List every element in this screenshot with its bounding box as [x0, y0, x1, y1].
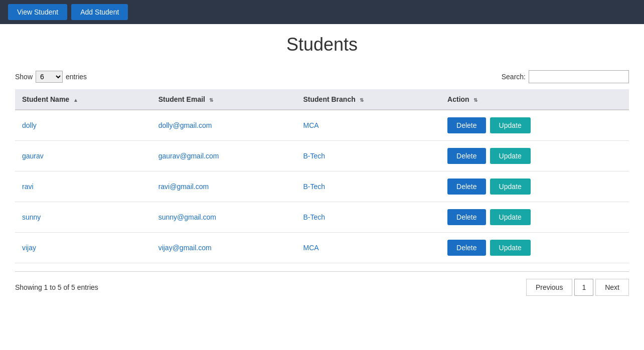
view-student-button[interactable]: View Student [8, 4, 67, 20]
action-cell: Delete Update [440, 202, 629, 232]
entries-select[interactable]: 6 10 25 50 100 [36, 71, 63, 83]
show-label: Show [15, 73, 33, 81]
sort-icon-branch: ⇅ [360, 97, 364, 103]
table-row: vijay vijay@gmail.com MCA Delete Update [15, 233, 629, 263]
delete-button[interactable]: Delete [447, 179, 486, 195]
navbar: View Student Add Student [0, 0, 644, 24]
page-number[interactable]: 1 [574, 279, 593, 296]
col-student-name[interactable]: Student Name ▲ [15, 89, 151, 110]
action-cell: Delete Update [440, 171, 629, 202]
student-branch-cell: B-Tech [296, 141, 441, 171]
table-row: ravi ravi@gmail.com B-Tech Delete Update [15, 171, 629, 202]
student-email-cell: ravi@gmail.com [151, 171, 296, 202]
delete-button[interactable]: Delete [447, 148, 486, 164]
student-branch-cell: MCA [296, 110, 441, 141]
student-branch-cell: B-Tech [296, 202, 441, 233]
sort-icon-action: ⇅ [473, 97, 477, 103]
page-title: Students [15, 34, 629, 55]
search-area: Search: [502, 70, 629, 83]
table-header-row: Student Name ▲ Student Email ⇅ Student B… [15, 89, 629, 110]
student-name-cell: vijay [15, 233, 151, 263]
controls-row: Show 6 10 25 50 100 entries Search: [15, 70, 629, 83]
table-row: sunny sunny@gmail.com B-Tech Delete Upda… [15, 202, 629, 233]
student-email-cell: dolly@gmail.com [151, 110, 296, 141]
student-name-cell: sunny [15, 202, 151, 233]
student-name-cell: dolly [15, 110, 151, 141]
student-name-cell: ravi [15, 171, 151, 202]
col-student-branch-label: Student Branch [303, 95, 356, 103]
students-table: Student Name ▲ Student Email ⇅ Student B… [15, 89, 629, 263]
student-email-cell: gaurav@gmail.com [151, 141, 296, 171]
next-button[interactable]: Next [595, 279, 629, 296]
delete-button[interactable]: Delete [447, 117, 486, 133]
col-student-name-label: Student Name [22, 95, 69, 103]
search-label: Search: [502, 73, 526, 81]
sort-icon-name: ▲ [73, 97, 78, 103]
pagination: Previous 1 Next [526, 279, 629, 296]
delete-button[interactable]: Delete [447, 240, 486, 256]
table-row: gaurav gaurav@gmail.com B-Tech Delete Up… [15, 141, 629, 171]
showing-info: Showing 1 to 5 of 5 entries [15, 283, 98, 291]
student-name-cell: gaurav [15, 141, 151, 171]
col-action-label: Action [447, 95, 469, 103]
col-student-email[interactable]: Student Email ⇅ [151, 89, 296, 110]
show-entries: Show 6 10 25 50 100 entries [15, 71, 87, 83]
footer-row: Showing 1 to 5 of 5 entries Previous 1 N… [15, 271, 629, 296]
delete-button[interactable]: Delete [447, 209, 486, 225]
add-student-button[interactable]: Add Student [71, 4, 128, 20]
col-student-email-label: Student Email [158, 95, 205, 103]
search-input[interactable] [529, 70, 629, 83]
update-button[interactable]: Update [490, 148, 531, 164]
action-cell: Delete Update [440, 233, 629, 263]
col-student-branch[interactable]: Student Branch ⇅ [296, 89, 441, 110]
action-cell: Delete Update [440, 110, 629, 140]
col-action[interactable]: Action ⇅ [440, 89, 629, 110]
update-button[interactable]: Update [490, 179, 531, 195]
student-email-cell: sunny@gmail.com [151, 202, 296, 233]
sort-icon-email: ⇅ [209, 97, 213, 103]
student-branch-cell: MCA [296, 233, 441, 263]
action-cell: Delete Update [440, 141, 629, 171]
previous-button[interactable]: Previous [526, 279, 572, 296]
update-button[interactable]: Update [490, 240, 531, 256]
student-branch-cell: B-Tech [296, 171, 441, 202]
student-email-cell: vijay@gmail.com [151, 233, 296, 263]
main-content: Students Show 6 10 25 50 100 entries Sea… [0, 24, 644, 306]
entries-label: entries [66, 73, 87, 81]
update-button[interactable]: Update [490, 117, 531, 133]
update-button[interactable]: Update [490, 209, 531, 225]
table-row: dolly dolly@gmail.com MCA Delete Update [15, 110, 629, 141]
